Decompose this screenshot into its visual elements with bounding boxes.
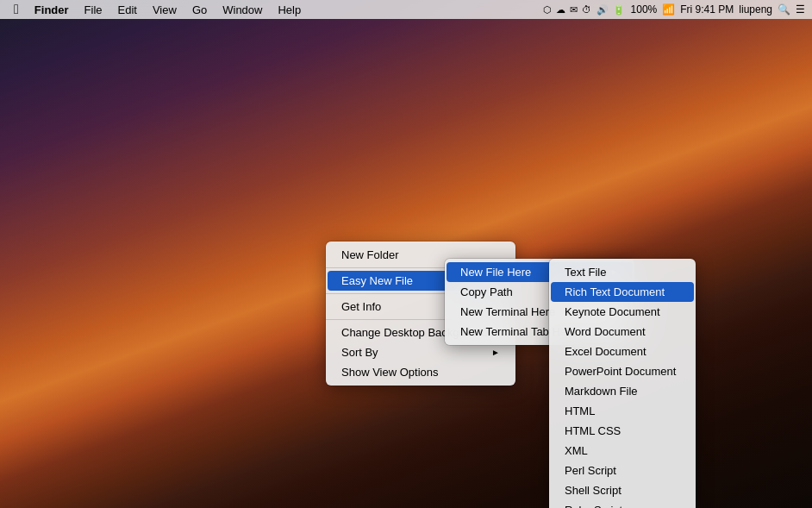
menu-edit[interactable]: Edit (111, 2, 144, 18)
menubar-icons: ⬡ ☁ ✉ ⏱ 🔊 🔋 (543, 4, 625, 16)
menubar:  Finder File Edit View Go Window Help ⬡… (0, 0, 812, 19)
submenu-arrow-sort-icon: ► (491, 348, 500, 357)
menu-file[interactable]: File (78, 2, 109, 18)
menu-item-ruby-script-label: Ruby Script (565, 504, 680, 508)
menu-item-show-view-options-label: Show View Options (341, 366, 500, 379)
menu-item-xml[interactable]: XML (551, 441, 694, 461)
menu-item-html[interactable]: HTML (551, 401, 694, 421)
menu-go[interactable]: Go (185, 2, 214, 18)
menu-item-word-document[interactable]: Word Document (551, 322, 694, 342)
menu-item-perl-script-label: Perl Script (565, 464, 680, 477)
menu-item-powerpoint-document[interactable]: PowerPoint Document (551, 361, 694, 381)
menu-item-html-label: HTML (565, 405, 680, 417)
menu-item-ruby-script[interactable]: Ruby Script (551, 500, 694, 508)
desktop:  Finder File Edit View Go Window Help ⬡… (0, 0, 812, 508)
menu-item-powerpoint-document-label: PowerPoint Document (565, 365, 680, 378)
menu-item-word-document-label: Word Document (565, 325, 680, 338)
menu-help[interactable]: Help (271, 2, 308, 18)
menu-item-keynote-document[interactable]: Keynote Document (551, 302, 694, 322)
menu-item-rich-text-document[interactable]: Rich Text Document (551, 282, 694, 302)
menubar-right: ⬡ ☁ ✉ ⏱ 🔊 🔋 100% 📶 Fri 9:41 PM liupeng 🔍… (543, 3, 805, 16)
menu-item-keynote-document-label: Keynote Document (565, 305, 680, 318)
menu-item-shell-script[interactable]: Shell Script (551, 480, 694, 500)
menubar-wifi: 📶 (662, 3, 675, 16)
context-menu-level3: Text File Rich Text Document Keynote Doc… (549, 259, 696, 508)
menu-item-excel-document[interactable]: Excel Document (551, 342, 694, 361)
menubar-battery: 100% (631, 3, 658, 16)
menu-item-show-view-options[interactable]: Show View Options (328, 362, 514, 382)
menubar-left:  Finder File Edit View Go Window Help (7, 2, 308, 18)
menu-item-html-css-label: HTML CSS (565, 424, 680, 437)
menu-item-markdown-file[interactable]: Markdown File (551, 381, 694, 401)
menu-item-excel-document-label: Excel Document (565, 345, 680, 358)
menubar-search-icon[interactable]: 🔍 (778, 3, 790, 16)
app-name[interactable]: Finder (28, 2, 76, 18)
menu-item-perl-script[interactable]: Perl Script (551, 461, 694, 480)
menu-item-xml-label: XML (565, 444, 680, 457)
menu-item-shell-script-label: Shell Script (565, 484, 680, 497)
menubar-datetime: Fri 9:41 PM (680, 3, 734, 16)
menu-item-html-css[interactable]: HTML CSS (551, 421, 694, 441)
menu-item-text-file-label: Text File (565, 266, 680, 279)
menubar-notification-icon[interactable]: ☰ (796, 3, 805, 16)
menu-view[interactable]: View (146, 2, 184, 18)
menu-window[interactable]: Window (215, 2, 269, 18)
menu-item-rich-text-document-label: Rich Text Document (565, 285, 680, 298)
menu-item-text-file[interactable]: Text File (551, 262, 694, 282)
menu-item-markdown-file-label: Markdown File (565, 385, 680, 398)
menu-item-sort-by[interactable]: Sort By ► (328, 342, 514, 362)
apple-menu[interactable]:  (7, 2, 26, 17)
menu-item-sort-by-label: Sort By (341, 346, 484, 359)
menubar-user: liupeng (739, 3, 772, 16)
